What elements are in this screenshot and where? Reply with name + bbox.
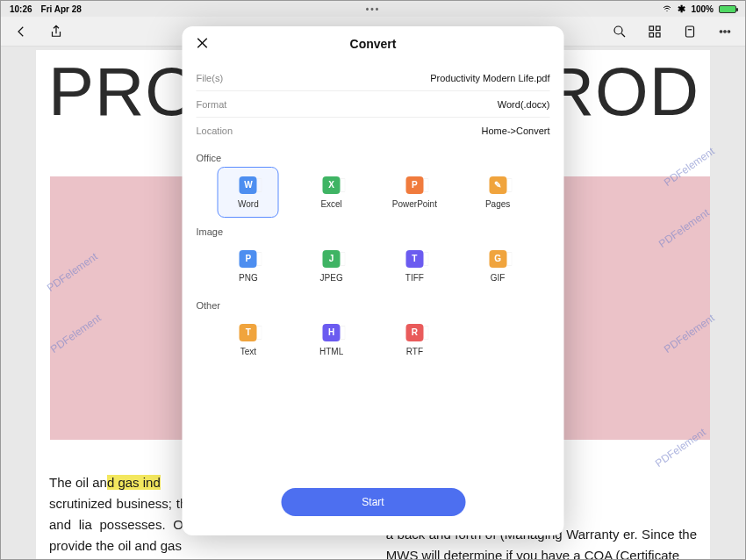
bluetooth-icon: ✱ bbox=[678, 4, 685, 15]
section-image: Image bbox=[183, 226, 564, 237]
convert-modal: Convert File(s) Productivity Modern Life… bbox=[183, 26, 564, 535]
svg-line-1 bbox=[621, 33, 625, 37]
svg-point-9 bbox=[724, 30, 726, 32]
svg-rect-4 bbox=[649, 32, 654, 37]
section-other: Other bbox=[183, 300, 564, 311]
start-button[interactable]: Start bbox=[281, 488, 465, 516]
svg-rect-5 bbox=[656, 32, 661, 37]
info-row-files[interactable]: File(s) Productivity Modern Life.pdf bbox=[197, 65, 550, 91]
more-icon[interactable] bbox=[717, 24, 733, 39]
share-icon[interactable] bbox=[48, 24, 64, 39]
info-row-format[interactable]: Format Word(.docx) bbox=[197, 91, 550, 118]
format-pages[interactable]: ✎Pages bbox=[456, 167, 540, 218]
format-excel[interactable]: XExcel bbox=[290, 167, 373, 218]
search-icon[interactable] bbox=[612, 24, 628, 39]
battery-percent: 100% bbox=[691, 4, 714, 14]
svg-rect-2 bbox=[649, 26, 654, 31]
grid-view-icon[interactable] bbox=[647, 24, 663, 39]
format-rtf[interactable]: RRTF bbox=[373, 314, 456, 365]
format-word[interactable]: WWord bbox=[218, 167, 279, 218]
status-bar: 10:26 Fri Apr 28 ••• ✱ 100% bbox=[1, 1, 745, 17]
close-icon[interactable] bbox=[195, 35, 212, 53]
svg-rect-6 bbox=[686, 26, 694, 37]
back-button[interactable] bbox=[13, 24, 29, 39]
format-tiff[interactable]: TTIFF bbox=[373, 241, 456, 291]
info-row-location[interactable]: Location Home->Convert bbox=[197, 118, 550, 144]
status-date: Fri Apr 28 bbox=[41, 4, 82, 14]
format-gif[interactable]: GGIF bbox=[456, 241, 540, 291]
svg-point-8 bbox=[720, 30, 721, 32]
wifi-icon bbox=[662, 3, 672, 15]
format-powerpoint[interactable]: PPowerPoint bbox=[373, 167, 456, 218]
status-time: 10:26 bbox=[10, 4, 32, 14]
status-multitask-dots[interactable]: ••• bbox=[366, 4, 381, 14]
bookmark-icon[interactable] bbox=[682, 24, 698, 39]
battery-icon bbox=[719, 5, 736, 13]
format-png[interactable]: PPNG bbox=[207, 241, 291, 291]
format-html[interactable]: HHTML bbox=[290, 314, 373, 365]
modal-title: Convert bbox=[350, 37, 397, 51]
svg-point-0 bbox=[614, 26, 622, 34]
section-office: Office bbox=[183, 153, 564, 163]
svg-rect-3 bbox=[656, 26, 661, 31]
format-text[interactable]: TText bbox=[207, 314, 291, 365]
format-jpeg[interactable]: JJPEG bbox=[290, 241, 373, 291]
svg-point-10 bbox=[728, 30, 729, 32]
